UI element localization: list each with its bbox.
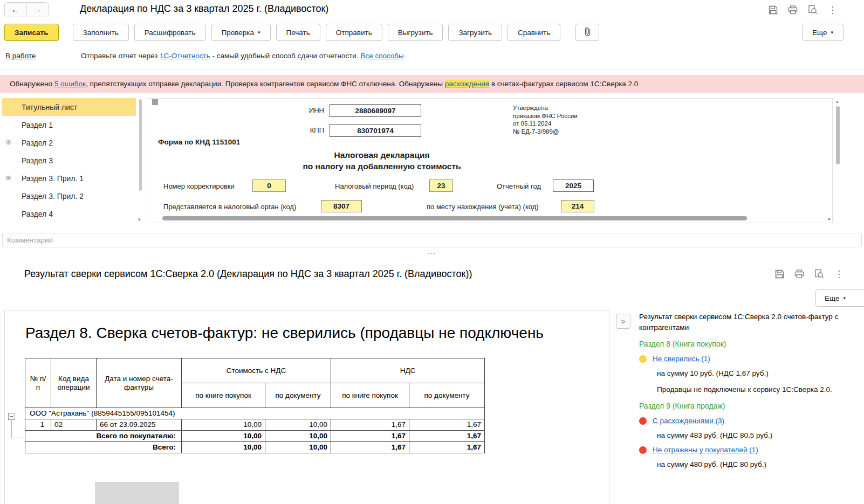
discrepancies-link[interactable]: расхождения — [445, 80, 489, 88]
sidebar-scrollbar[interactable]: ▾ — [138, 99, 143, 222]
kpp-field[interactable]: 830701974 — [330, 124, 421, 137]
form-horizontal-scrollbar[interactable]: ▸ — [160, 216, 825, 221]
sidebar-item-section-3-app-2[interactable]: Раздел 3. Прил. 2 — [2, 187, 136, 205]
not-verified-item: Не сверились (1) — [639, 355, 857, 363]
back-arrow-icon[interactable]: ← — [5, 3, 26, 17]
not-verified-sum: на сумму 10 руб. (НДС 1,67 руб.) — [657, 369, 857, 377]
cost-by-doc: 10,00 — [265, 419, 331, 431]
panel-collapse-button[interactable]: > — [616, 314, 630, 329]
forward-arrow-icon[interactable]: → — [26, 3, 48, 17]
tax-period-field[interactable]: 23 — [429, 179, 453, 192]
scrollbar-thumb[interactable] — [162, 216, 747, 220]
counterparty-group-row[interactable]: ООО "Астрахань" (8859445155/095101454) — [25, 408, 485, 419]
preview-search-icon[interactable] — [814, 268, 824, 279]
scrollbar-thumb[interactable] — [836, 106, 840, 164]
not-reflected-item: Не отражены у покупателей (1) — [639, 446, 857, 454]
red-status-dot-icon — [639, 417, 647, 425]
tax-authority-field[interactable]: 8307 — [321, 200, 362, 212]
scroll-right-icon[interactable]: ▸ — [828, 216, 831, 222]
sidebar-item-section-2[interactable]: ⊕ Раздел 2 — [2, 134, 136, 151]
next-section-cell — [95, 482, 179, 504]
col-header-vat: НДС — [331, 358, 485, 383]
errors-count-link[interactable]: 5 ошибок — [54, 80, 86, 88]
correction-field[interactable]: 0 — [252, 179, 286, 192]
more-button-label: Еще — [812, 29, 827, 37]
status-row: В работе Отправьте отчет через 1С-Отчетн… — [0, 47, 864, 67]
save-icon[interactable] — [769, 4, 778, 15]
all-methods-link[interactable]: Все способы — [360, 52, 403, 60]
check-button-label: Проверка — [222, 29, 254, 37]
col-header-by-doc: по документу — [409, 383, 485, 408]
history-nav: ← → — [4, 2, 49, 17]
attachment-button[interactable] — [575, 24, 599, 41]
form-vertical-scrollbar[interactable]: ▴ — [835, 99, 841, 223]
sidebar-item-label: Раздел 3. Прил. 2 — [22, 192, 84, 201]
window-splitter-handle[interactable]: ⋯ — [0, 248, 864, 257]
not-verified-link[interactable]: Не сверились (1) — [653, 355, 710, 363]
approval-note: Утверждена приказом ФНС России от 05.11.… — [513, 104, 578, 135]
total-cell: 10,00 — [265, 431, 331, 442]
command-bar: Записать Заполнить Расшифровать Проверка… — [4, 23, 864, 42]
report-year-field[interactable]: 2025 — [553, 179, 594, 192]
sidebar-item-label: Раздел 3. Прил. 1 — [22, 174, 84, 183]
sidebar-item-section-4[interactable]: Раздел 4 — [2, 205, 136, 223]
not-reflected-link[interactable]: Не отражены у покупателей (1) — [653, 446, 758, 454]
correction-label: Номер корректировки — [163, 182, 235, 190]
inn-field[interactable]: 2880689097 — [330, 104, 421, 117]
sidebar-item-label: Титульный лист — [22, 103, 77, 112]
collapse-minus-icon[interactable]: − — [8, 413, 15, 420]
save-icon[interactable] — [775, 268, 784, 279]
download-button[interactable]: Загрузить — [448, 24, 502, 41]
status-text: Отправьте отчет через — [81, 52, 160, 60]
more-button-bottom[interactable]: Еще ▾ — [815, 289, 864, 307]
col-header-cost: Стоимость с НДС — [182, 358, 331, 383]
print-button[interactable]: Печать — [276, 24, 320, 41]
total-cell: 1,67 — [331, 442, 409, 453]
buyer-total-row: Всего по покупателю: 10,00 10,00 1,67 1,… — [25, 431, 485, 442]
sidebar-item-section-1[interactable]: Раздел 1 — [2, 116, 136, 134]
chevron-right-icon: > — [621, 317, 626, 326]
reconciliation-window-titlebar: Результат сверки сервисом 1С:Сверка 2.0 … — [0, 263, 864, 285]
sidebar-item-label: Раздел 4 — [22, 210, 53, 218]
with-discrepancies-item: С расхождениями (3) — [639, 417, 857, 425]
scrollbar-thumb[interactable] — [139, 99, 142, 191]
more-button[interactable]: Еще ▾ — [802, 24, 844, 41]
send-button[interactable]: Отправить — [326, 24, 382, 41]
status-message: Отправьте отчет через 1С-Отчетность - са… — [81, 52, 404, 60]
upload-button[interactable]: Выгрузить — [388, 24, 443, 41]
scroll-up-icon[interactable]: ▴ — [836, 99, 839, 104]
more-button-label: Еще — [825, 294, 839, 302]
location-code-field[interactable]: 214 — [561, 200, 594, 212]
sidebar-item-title-page[interactable]: Титульный лист — [2, 98, 136, 116]
scroll-down-icon[interactable]: ▾ — [138, 217, 141, 222]
chevron-down-icon: ▾ — [258, 30, 260, 35]
more-vertical-icon[interactable]: ⋮ — [828, 4, 837, 15]
row-number: 1 — [25, 419, 51, 431]
check-button[interactable]: Проверка ▾ — [211, 24, 271, 41]
invoice-row[interactable]: 1 02 66 от 23.09.2025 10,00 10,00 1,67 1… — [25, 419, 485, 431]
1c-reporting-link[interactable]: 1С-Отчетность — [160, 52, 210, 60]
with-discrepancies-link[interactable]: С расхождениями (3) — [653, 417, 724, 425]
preview-search-icon[interactable] — [808, 4, 818, 15]
print-icon[interactable] — [794, 268, 804, 279]
form-corner-marker — [152, 99, 158, 105]
more-vertical-icon[interactable]: ⋮ — [834, 268, 844, 279]
invoice-ref: 66 от 23.09.2025 — [97, 419, 182, 431]
col-header-by-book: по книге покупок — [182, 383, 265, 408]
compare-button[interactable]: Сравнить — [508, 24, 560, 41]
buyer-total-label: Всего по покупателю: — [25, 431, 182, 442]
sidebar-item-section-3-app-1[interactable]: ⊕ Раздел 3. Прил. 1 — [2, 169, 136, 187]
expand-plus-icon[interactable]: ⊕ — [5, 139, 11, 146]
report-state-link[interactable]: В работе — [5, 52, 36, 60]
comment-input[interactable] — [2, 233, 862, 247]
save-button[interactable]: Записать — [4, 24, 59, 41]
counterparty-name: ООО "Астрахань" (8859445155/095101454) — [25, 408, 485, 419]
decipher-button[interactable]: Расшифровать — [134, 24, 206, 41]
declaration-form: ИНН 2880689097 КПП 830701974 Форма по КН… — [147, 98, 833, 223]
sidebar-item-section-3[interactable]: Раздел 3 — [2, 151, 136, 169]
expand-plus-icon[interactable]: ⊕ — [5, 174, 11, 181]
with-discrepancies-sum: на сумму 483 руб. (НДС 80,5 руб.) — [657, 431, 857, 439]
print-icon[interactable] — [788, 4, 798, 15]
panel-header: Результат сверки сервисом 1С:Сверка 2.0 … — [639, 312, 857, 333]
fill-button[interactable]: Заполнить — [73, 24, 129, 41]
